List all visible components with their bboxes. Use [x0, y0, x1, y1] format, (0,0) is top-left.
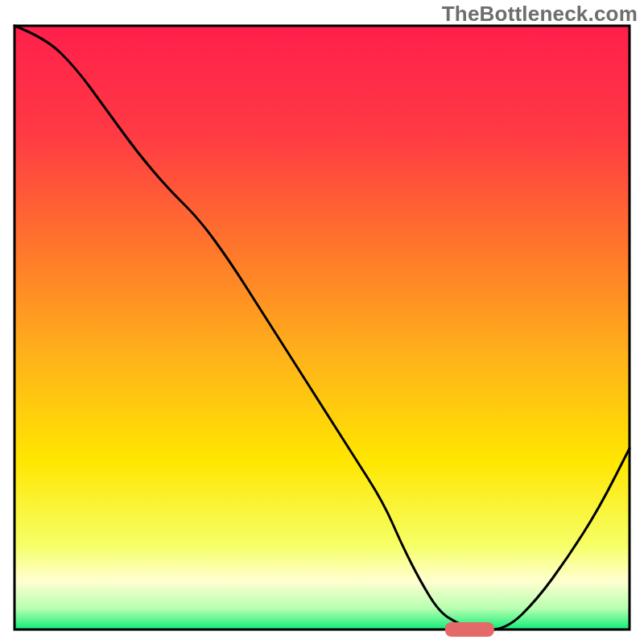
plot-background	[14, 26, 630, 630]
bottleneck-chart	[0, 0, 644, 644]
optimal-marker	[445, 622, 494, 637]
chart-container: TheBottleneck.com	[0, 0, 644, 644]
